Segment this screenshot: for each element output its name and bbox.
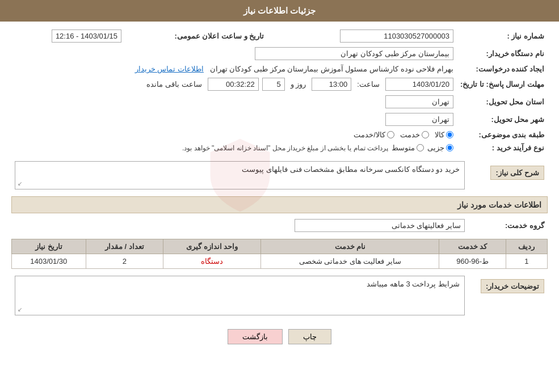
description-row: شرح کلی نیاز: خرید دو دستگاه کانکسی سرخا… [11, 159, 548, 192]
province-field: تهران [385, 95, 453, 108]
purchase-radio-jozi[interactable] [446, 144, 453, 151]
print-button[interactable]: چاپ [288, 329, 331, 344]
purchase-radio-motavasset[interactable] [417, 144, 424, 151]
buyer-notes-value-cell: شرایط پرداخت 3 ماهه میباشد ↙ [11, 273, 468, 318]
shield-background-icon [206, 136, 274, 215]
deadline-value: 1403/01/20 ساعت: 13:00 روز و 5 00:32:22 … [11, 75, 457, 93]
creator-label: ایجاد کننده درخواست: [457, 62, 548, 75]
service-group-row: گروه خدمت: سایر فعالیتهای خدماتی [11, 217, 548, 234]
table-row: استان محل تحویل: تهران [11, 93, 548, 111]
buyer-name-label: نام دستگاه خریدار: [457, 45, 548, 62]
buyer-notes-section-label: توضیحات خریدار: [468, 273, 548, 318]
category-option-kala-khedmat: کالا/خدمت [354, 130, 394, 139]
cell-code: ط-96-960 [439, 254, 506, 269]
need-number-field: 1103030527000003 [340, 29, 453, 43]
table-row: نام دستگاه خریدار: بیمارستان مرکز طبی کو… [11, 45, 548, 62]
back-button[interactable]: بازگشت [228, 329, 283, 344]
services-table-head: ردیف کد خدمت نام خدمت واحد اندازه گیری ت… [12, 239, 548, 254]
services-table-header-row: ردیف کد خدمت نام خدمت واحد اندازه گیری ت… [12, 239, 548, 254]
description-label: شرح کلی نیاز: [468, 159, 548, 192]
col-header-code: کد خدمت [439, 239, 506, 254]
buyer-name-field: بیمارستان مرکز طبی کودکان تهران [255, 47, 453, 60]
table-row: نوع فرآیند خرید : جزیی متوسط پرداخت تمام… [11, 141, 548, 154]
deadline-days-field: 5 [262, 78, 285, 91]
creator-text: بهرام فلاحی نوده کارشناس مسئول آموزش بیم… [210, 65, 453, 73]
buyer-notes-label: توضیحات خریدار: [481, 279, 544, 293]
category-khedmat-label: خدمت [400, 130, 420, 139]
service-group-value-cell: سایر فعالیتهای خدماتی [11, 217, 468, 234]
need-number-value: 1103030527000003 [279, 27, 457, 45]
table-row: ایجاد کننده درخواست: بهرام فلاحی نوده کا… [11, 62, 548, 75]
purchase-jozi-label: جزیی [427, 144, 444, 152]
deadline-date-field: 1403/01/20 [385, 78, 453, 91]
creator-value: بهرام فلاحی نوده کارشناس مسئول آموزش بیم… [11, 62, 457, 75]
announce-label: تاریخ و ساعت اعلان عمومی: [125, 27, 267, 45]
service-group-label: گروه خدمت: [468, 217, 548, 234]
purchase-motavasset-label: متوسط [392, 144, 415, 152]
table-row: طبقه بندی موضوعی: کالا خدمت [11, 128, 548, 141]
table-row: 1 ط-96-960 سایر فعالیت های خدماتی شخصی د… [12, 254, 548, 269]
need-number-label: شماره نیاز : [457, 27, 548, 45]
category-kala-khedmat-label: کالا/خدمت [354, 130, 385, 139]
page-title: جزئیات اطلاعات نیاز [243, 6, 316, 15]
table-row: مهلت ارسال پاسخ: تا تاریخ: 1403/01/20 سا… [11, 75, 548, 93]
col-header-row: ردیف [506, 239, 547, 254]
buyer-notes-text: شرایط پرداخت 3 ماهه میباشد [367, 280, 460, 288]
col-header-date: تاریخ نیاز [12, 239, 86, 254]
cell-quantity: 2 [86, 254, 163, 269]
category-option-khedmat: خدمت [400, 130, 429, 139]
purchase-type-label: نوع فرآیند خرید : [457, 141, 548, 154]
province-value: تهران [11, 93, 457, 111]
deadline-remaining-field: 00:32:22 [208, 78, 259, 91]
city-label: شهر محل تحویل: [457, 111, 548, 128]
page-wrapper: جزئیات اطلاعات نیاز شماره نیاز : 1103030… [0, 0, 559, 392]
service-group-field: سایر فعالیتهای خدماتی [295, 219, 465, 232]
table-row: شهر محل تحویل: تهران [11, 111, 548, 128]
col-header-quantity: تعداد / مقدار [86, 239, 163, 254]
deadline-time-label: ساعت: [357, 80, 380, 88]
deadline-days-label: روز و [291, 80, 306, 88]
announce-value: 1403/01/15 - 12:16 [11, 27, 125, 45]
buyer-notes-box: شرایط پرداخت 3 ماهه میباشد ↙ [15, 276, 465, 315]
resize-arrow-notes-icon: ↙ [18, 306, 22, 313]
col-header-name: نام خدمت [261, 239, 439, 254]
cell-date: 1403/01/30 [12, 254, 86, 269]
services-section-header: اطلاعات خدمات مورد نیاز [11, 196, 548, 213]
description-table: شرح کلی نیاز: خرید دو دستگاه کانکسی سرخا… [11, 159, 548, 192]
category-radio-kala-khedmat[interactable] [387, 131, 394, 138]
services-table: ردیف کد خدمت نام خدمت واحد اندازه گیری ت… [11, 239, 548, 269]
cell-row: 1 [506, 254, 547, 269]
cell-unit: دستگاه [163, 254, 261, 269]
info-table: شماره نیاز : 1103030527000003 تاریخ و سا… [11, 27, 548, 154]
category-kala-label: کالا [435, 130, 444, 139]
purchase-option-jozi: جزیی [427, 144, 453, 152]
main-content: شماره نیاز : 1103030527000003 تاریخ و سا… [0, 22, 559, 357]
city-field: تهران [385, 113, 453, 126]
col-header-unit: واحد اندازه گیری [163, 239, 261, 254]
category-radio-khedmat[interactable] [422, 131, 429, 138]
announce-field: 1403/01/15 - 12:16 [52, 29, 121, 43]
services-table-body: 1 ط-96-960 سایر فعالیت های خدماتی شخصی د… [12, 254, 548, 269]
cell-name: سایر فعالیت های خدماتی شخصی [261, 254, 439, 269]
category-label: طبقه بندی موضوعی: [457, 128, 548, 141]
buyer-notes-table: توضیحات خریدار: شرایط پرداخت 3 ماهه میبا… [11, 273, 548, 318]
description-text: خرید دو دستگاه کانکسی سرخانه مطابق مشخصا… [242, 165, 460, 174]
province-label: استان محل تحویل: [457, 93, 548, 111]
button-bar: چاپ بازگشت [11, 322, 548, 351]
buyer-name-value: بیمارستان مرکز طبی کودکان تهران [11, 45, 457, 62]
city-value: تهران [11, 111, 457, 128]
deadline-label: مهلت ارسال پاسخ: تا تاریخ: [457, 75, 548, 93]
page-header: جزئیات اطلاعات نیاز [0, 0, 559, 22]
contact-info-link[interactable]: اطلاعات تماس خریدار [135, 65, 204, 73]
description-section-label: شرح کلی نیاز: [490, 166, 544, 180]
deadline-row: 1403/01/20 ساعت: 13:00 روز و 5 00:32:22 … [15, 78, 453, 91]
resize-arrow-icon: ↙ [18, 180, 22, 187]
description-value-cell: خرید دو دستگاه کانکسی سرخانه مطابق مشخصا… [11, 159, 468, 192]
buyer-notes-row: توضیحات خریدار: شرایط پرداخت 3 ماهه میبا… [11, 273, 548, 318]
service-group-table: گروه خدمت: سایر فعالیتهای خدماتی [11, 217, 548, 234]
table-row: شماره نیاز : 1103030527000003 تاریخ و سا… [11, 27, 548, 45]
category-option-kala: کالا [435, 130, 453, 139]
deadline-remaining-label: ساعت باقی مانده [146, 80, 201, 88]
category-radio-kala[interactable] [446, 131, 453, 138]
purchase-option-motavasset: متوسط [392, 144, 424, 152]
